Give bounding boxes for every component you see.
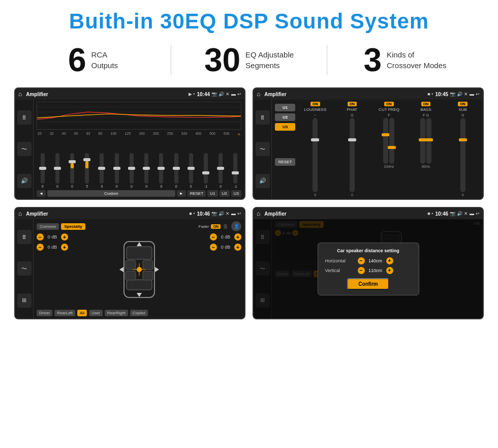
home-icon-dialog[interactable]: ⌂ — [257, 210, 260, 217]
loudness-slider[interactable] — [313, 118, 318, 192]
eq-slider-13[interactable]: 0 — [215, 153, 227, 188]
freq-more: » — [238, 132, 240, 137]
dialog-back-icon[interactable]: ↩ — [476, 211, 480, 216]
eq-back-icon[interactable]: ↩ — [237, 92, 241, 97]
eq-prev-btn[interactable]: ◄ — [37, 190, 46, 197]
eq-slider-8[interactable]: 0 — [141, 153, 152, 188]
eq-slider-5[interactable]: 0 — [96, 153, 108, 188]
fader-tune-btn[interactable]: 🎚 — [17, 230, 32, 244]
db-value-1: 0 dB — [45, 234, 59, 240]
fader-battery-icon: ▬ — [231, 211, 236, 216]
bass-on[interactable]: ON — [421, 102, 431, 106]
cross-speaker-btn[interactable]: 🔊 — [256, 174, 270, 188]
horizontal-plus[interactable]: + — [386, 257, 393, 264]
freq-80: 80 — [99, 132, 103, 137]
eq-tune-btn[interactable]: 🎚 — [17, 110, 32, 125]
page-title: Buith-in 30EQ DSP Sound System — [0, 0, 498, 39]
cross-back-icon[interactable]: ↩ — [476, 92, 480, 97]
eq-sliders-row: 0 0 0 — [37, 139, 241, 188]
db-minus-3[interactable]: − — [210, 233, 217, 241]
fader-person-icon[interactable]: 👤 — [231, 221, 241, 231]
feature-number-eq: 30 — [204, 44, 240, 76]
fader-back-icon[interactable]: ↩ — [237, 211, 241, 216]
freq-160: 160 — [139, 132, 145, 137]
cross-u1-btn[interactable]: U1 — [275, 104, 295, 111]
eq-wave-btn[interactable]: 〜 — [17, 142, 32, 156]
phat-on[interactable]: ON — [348, 102, 357, 106]
sub-slider[interactable] — [460, 118, 465, 192]
vertical-ctrl: − 110cm + — [358, 267, 393, 274]
eq-reset-btn[interactable]: RESET — [188, 190, 206, 197]
eq-slider-10[interactable]: 0 — [170, 153, 182, 188]
vertical-plus[interactable]: + — [386, 267, 393, 274]
eq-slider-3[interactable]: 0 — [66, 153, 78, 188]
sub-on[interactable]: ON — [458, 102, 468, 106]
eq-graph — [37, 102, 241, 130]
eq-slider-7[interactable]: 0 — [126, 153, 137, 188]
cross-wave-btn[interactable]: 〜 — [256, 142, 270, 156]
cross-cutfreq: ON CUT FREQ F 100Hz — [372, 102, 406, 197]
freq-100: 100 — [111, 132, 117, 137]
db-minus-4[interactable]: − — [210, 244, 217, 251]
svg-rect-5 — [127, 247, 152, 259]
eq-slider-12[interactable]: -1 — [200, 153, 211, 188]
loc-copilot[interactable]: Copilot — [130, 310, 148, 316]
loc-all[interactable]: All — [77, 310, 87, 316]
cross-u2-btn[interactable]: U2 — [275, 113, 295, 121]
phat-slider[interactable] — [350, 118, 355, 192]
eq-slider-14[interactable]: -1 — [230, 153, 241, 188]
loc-driver[interactable]: Driver — [37, 310, 52, 316]
fader-location-row: Driver RearLeft All User RearRight Copil… — [37, 310, 241, 316]
loc-user[interactable]: User — [89, 310, 103, 316]
eq-slider-6[interactable]: 0 — [111, 153, 122, 188]
divider-2 — [327, 45, 327, 75]
cross-tune-btn[interactable]: 🎚 — [256, 110, 270, 125]
home-icon-eq[interactable]: ⌂ — [18, 91, 22, 98]
eq-next-btn[interactable]: ► — [177, 190, 186, 197]
horizontal-minus[interactable]: − — [358, 257, 365, 264]
eq-slider-11[interactable]: 0 — [185, 153, 197, 188]
loc-rearleft[interactable]: RearLeft — [54, 310, 75, 316]
eq-slider-1[interactable]: 0 — [37, 153, 48, 188]
fader-wave-btn[interactable]: 〜 — [17, 261, 32, 276]
dialog-signal-icon: ✕ — [464, 211, 468, 216]
eq-u3-btn[interactable]: U3 — [231, 190, 241, 197]
db-minus-1[interactable]: − — [37, 233, 44, 241]
eq-slider-4[interactable]: 5 — [81, 153, 93, 188]
screen-eq: ⌂ Amplifier ▶ • 10:44 📷 🔊 ✕ ▬ ↩ 🎚 〜 🔊 — [14, 87, 245, 200]
db-plus-2[interactable]: + — [61, 244, 68, 251]
vertical-minus[interactable]: − — [358, 267, 365, 274]
cutfreq-on[interactable]: ON — [384, 102, 394, 106]
freq-500: 500 — [209, 132, 215, 137]
loudness-on[interactable]: ON — [310, 102, 320, 106]
eq-u1-btn[interactable]: U1 — [207, 190, 217, 197]
tab-specialty[interactable]: Specialty — [61, 223, 85, 230]
confirm-button[interactable]: Confirm — [347, 278, 389, 290]
cross-status-icons: 10:45 📷 🔊 ✕ ▬ ↩ — [435, 92, 480, 97]
fader-icons: ■ • — [189, 211, 195, 216]
dialog-vertical-row: Vertical − 110cm + — [325, 267, 412, 274]
fader-expand-btn[interactable]: ⊞ — [17, 293, 32, 308]
eq-slider-9[interactable]: 0 — [155, 153, 167, 188]
cross-battery-icon: ▬ — [470, 92, 474, 97]
cutfreq-slider2[interactable] — [389, 118, 394, 164]
dialog-icons: ■ • — [427, 211, 433, 216]
eq-speaker-btn[interactable]: 🔊 — [17, 174, 32, 188]
db-plus-4[interactable]: + — [234, 244, 241, 251]
loc-rearright[interactable]: RearRight — [105, 310, 128, 316]
eq-slider-2[interactable]: 0 — [51, 153, 63, 188]
db-plus-1[interactable]: + — [61, 233, 68, 241]
eq-custom-btn[interactable]: Custom — [47, 190, 175, 197]
home-icon-cross[interactable]: ⌂ — [257, 91, 260, 98]
eq-u2-btn[interactable]: U2 — [220, 190, 230, 197]
db-plus-3[interactable]: + — [234, 233, 241, 241]
home-icon-fader[interactable]: ⌂ — [18, 210, 22, 217]
freq-40: 40 — [62, 132, 66, 137]
cutfreq-slider1[interactable] — [383, 118, 388, 164]
bass-slider2[interactable] — [426, 118, 431, 164]
fader-on-toggle[interactable]: ON — [211, 224, 221, 229]
cross-reset-btn[interactable]: RESET — [275, 158, 295, 166]
db-minus-2[interactable]: − — [37, 244, 44, 251]
tab-common[interactable]: Common — [37, 223, 59, 230]
cross-u3-btn[interactable]: U3 — [275, 123, 295, 131]
